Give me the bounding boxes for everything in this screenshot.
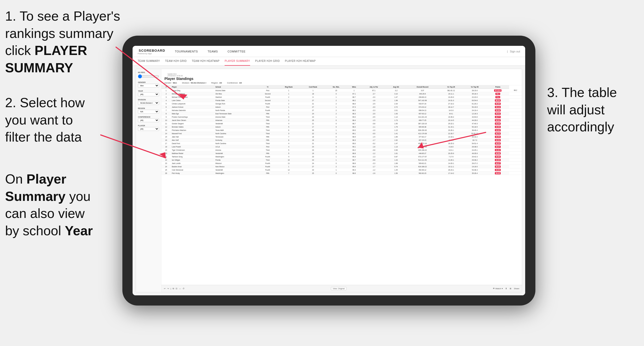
table-row: 26Petr HrubyWashingtonFifth725068.6-1.61… <box>161 172 522 175</box>
nav-tournaments[interactable]: TOURNAMENTS <box>174 46 199 57</box>
gender-select[interactable]: Men <box>138 84 159 88</box>
subnav-player-h2h-grid[interactable]: PLAYER H2H GRID <box>255 57 280 66</box>
col-reg-rank: Reg Rank <box>277 85 300 89</box>
col-player: Player <box>171 85 214 89</box>
table-cell: 40.02 <box>486 165 509 168</box>
conference-filter: Conference: All <box>227 82 242 84</box>
table-cell: 29-38-2 <box>463 158 487 162</box>
subnav-player-summary[interactable]: PLAYER SUMMARY <box>225 57 250 66</box>
table-cell: Luke Claton <box>171 99 214 102</box>
table-cell: 17-14-2 <box>439 172 463 175</box>
undo-icon[interactable]: ↩ <box>164 287 166 290</box>
table-cell: Fifth <box>259 119 277 122</box>
year-select[interactable]: (All) <box>138 92 159 96</box>
table-cell: -2.5 <box>361 112 386 115</box>
subnav-team-h2h-grid[interactable]: TEAM H2H GRID <box>165 57 187 66</box>
table-cell: 1.47 <box>387 95 406 99</box>
table-cell: 68.8 <box>347 152 361 155</box>
table-cell: -0.2 <box>361 142 386 145</box>
table-cell: 406-172-16 <box>406 142 439 145</box>
table-cell: 452-96-12 <box>406 168 439 172</box>
clock-icon[interactable]: ⏱ <box>183 287 185 290</box>
division-select[interactable]: NCAA Division I <box>138 101 159 105</box>
table-cell: 69.4 <box>347 165 361 168</box>
table-cell: 15 <box>326 89 347 92</box>
table-cell: 22-22-0 <box>463 95 487 99</box>
player-select[interactable]: (All) <box>138 127 159 131</box>
download-icon[interactable]: ⬇ <box>505 287 507 290</box>
table-cell: 27 <box>301 99 326 102</box>
conference-select[interactable]: (All) <box>138 118 159 122</box>
watch-button[interactable]: 👁 Watch ▾ <box>493 287 503 290</box>
redo-icon[interactable]: ↪ <box>167 287 169 290</box>
sign-out-link[interactable]: Sign out <box>510 50 520 53</box>
table-cell: 68.4 <box>347 125 361 129</box>
table-cell: 68.2 <box>347 109 361 112</box>
col-conf-rank: Conf Rank <box>301 85 326 89</box>
table-cell: Gordon Sargent <box>171 122 214 125</box>
sidebar-gender: Gender Men <box>138 81 159 88</box>
region-filter-label: Region: <box>211 82 218 84</box>
table-cell: 27 <box>301 105 326 109</box>
col-no-rds: No. Rds. <box>326 85 347 89</box>
table-cell: 1.61 <box>387 152 406 155</box>
table-cell: 6 <box>161 105 171 109</box>
toolbar-right: 👁 Watch ▾ ⬇ ⊞ Share <box>493 287 519 290</box>
table-cell: 26 <box>161 172 171 175</box>
table-cell: 60.89 <box>486 102 509 105</box>
paste-icon[interactable]: ⊡ <box>176 287 177 290</box>
table-cell: 19-39-2 <box>439 115 463 119</box>
table-cell: 11-5-3 <box>439 139 463 142</box>
nav-teams[interactable]: TEAMS <box>207 46 219 57</box>
table-header-row: # Player School Yr Reg Rank Conf Rank No… <box>161 85 522 89</box>
table-cell: 27-10-2 <box>439 102 463 105</box>
copy-icon[interactable]: ⧉ <box>173 287 174 290</box>
table-cell: Alex Goff <box>171 139 214 142</box>
no-rds-slider[interactable] <box>138 74 159 78</box>
table-cell: -0.8 <box>361 122 386 125</box>
table-cell: 616-168-22 <box>406 165 439 168</box>
table-cell: North Carolina <box>214 142 259 145</box>
table-cell: 69.0 <box>347 129 361 132</box>
instruction-step3: 3. The table will adjust accordingly <box>547 84 639 136</box>
table-cell: 23 <box>301 148 326 152</box>
table-cell: 68.7 <box>347 158 361 162</box>
table-cell: Cole Sherwood <box>171 168 214 172</box>
step4-bold2: Year <box>65 223 93 238</box>
table-cell: 1 <box>326 95 347 99</box>
main-content: No Rds. Gender Men Year (All) <box>133 66 525 295</box>
table-cell: Fourth <box>259 162 277 165</box>
table-cell: 49-35-9 <box>463 152 487 155</box>
subnav-player-h2h-heatmap[interactable]: PLAYER H2H HEATMAP <box>285 57 316 66</box>
subnav-team-summary[interactable]: TEAM SUMMARY <box>138 57 160 66</box>
table-cell: First <box>259 145 277 148</box>
table-cell: 2 <box>326 148 347 152</box>
toolbar-left: ↩ ↪ | ⧉ ⊡ — ⏱ <box>164 287 185 290</box>
table-cell: 1.41 <box>387 132 406 135</box>
nav-committee[interactable]: COMMITTEE <box>227 46 247 57</box>
table-cell: Vanderbilt <box>214 152 259 155</box>
toolbar-icon2[interactable]: ⊞ <box>510 287 511 290</box>
division-filter-value: NCAA Division I <box>191 82 206 84</box>
subnav-team-h2h-heatmap[interactable]: TEAM H2H HEATMAP <box>192 57 220 66</box>
table-cell: East Tennessee State <box>214 112 259 115</box>
table-cell: 7-17-5 <box>439 155 463 158</box>
conference-filter-label: Conference: <box>227 82 238 84</box>
table-cell: Arizona State <box>214 115 259 119</box>
table-cell: Tiger Christensen <box>171 148 214 152</box>
table-cell: 2 <box>277 95 300 99</box>
view-label[interactable]: View: Original <box>331 287 346 290</box>
table-cell: 58.18 <box>486 105 509 109</box>
table-cell: 208-86-13 <box>406 95 439 99</box>
table-cell: 2 <box>277 119 300 122</box>
table-cell: Arizona <box>214 148 259 152</box>
share-button[interactable]: Share <box>514 287 519 290</box>
table-cell: 24 <box>301 115 326 119</box>
table-cell: 21 <box>161 155 171 158</box>
table-row: 10Jacob Skov OlesenArkansasFifth225068.4… <box>161 119 522 122</box>
table-row: 4Luke ClatonFlorida StateSecond127268.2-… <box>161 99 522 102</box>
col-points: Points <box>486 85 509 89</box>
table-cell: 68.6 <box>347 172 361 175</box>
table-cell: Stanford <box>214 95 259 99</box>
region-select[interactable]: N/A <box>138 110 159 114</box>
